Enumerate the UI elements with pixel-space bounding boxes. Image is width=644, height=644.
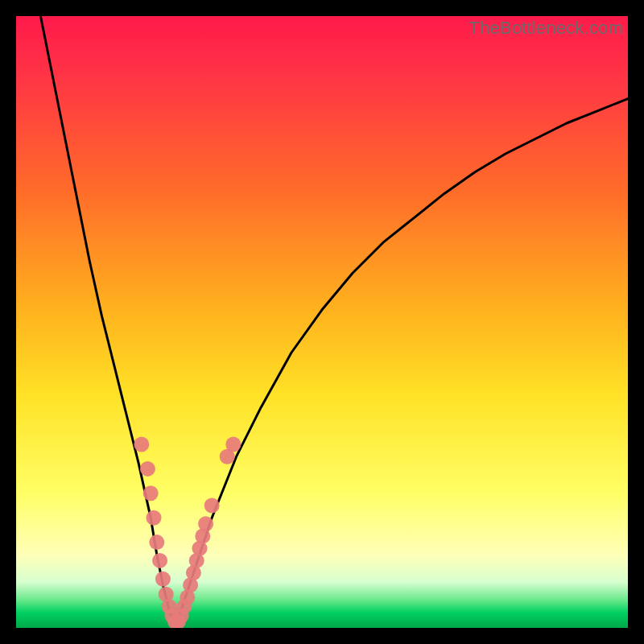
marker-point xyxy=(204,498,220,514)
marker-point xyxy=(149,535,164,550)
chart-frame: TheBottleneck.com xyxy=(0,0,644,644)
watermark-text: TheBottleneck.com xyxy=(469,18,623,39)
marker-point xyxy=(155,572,171,587)
marker-point xyxy=(152,553,167,568)
marker-point xyxy=(134,437,149,452)
marker-point xyxy=(147,510,162,526)
marker-point xyxy=(140,461,155,477)
marker-point xyxy=(198,516,213,531)
chart-svg xyxy=(16,16,628,628)
marker-point xyxy=(143,485,159,501)
gradient-background xyxy=(16,16,628,628)
marker-point xyxy=(225,437,241,452)
plot-area: TheBottleneck.com xyxy=(16,16,628,628)
